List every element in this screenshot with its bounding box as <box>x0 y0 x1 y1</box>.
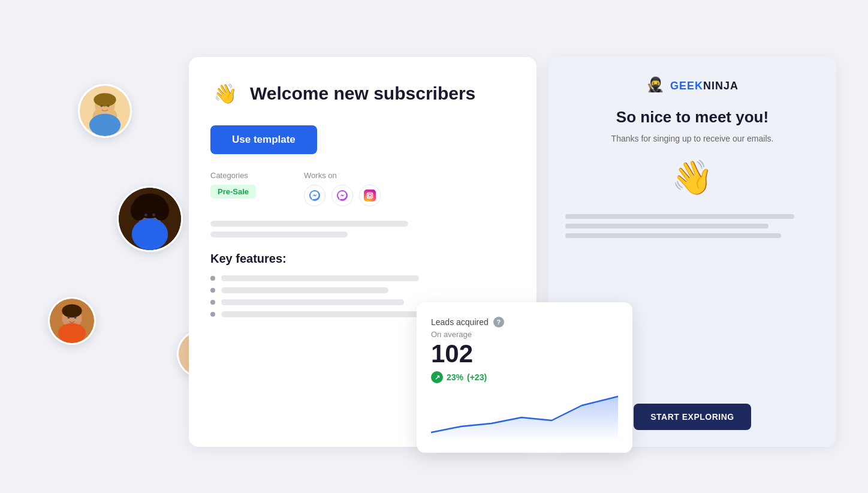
works-on-label: Works on <box>304 171 381 180</box>
stats-avg-label: On average <box>431 330 618 339</box>
email-skel-3 <box>565 233 781 238</box>
svg-point-15 <box>132 218 168 250</box>
svg-point-14 <box>152 214 155 217</box>
bullet-2 <box>210 288 215 293</box>
works-on-section: Works on <box>304 171 381 206</box>
template-title: Welcome new subscribers <box>250 83 475 104</box>
stats-card: Leads acquired ? On average 102 ↗ 23% (+… <box>417 302 632 453</box>
stats-change-absolute: (+23) <box>467 372 487 382</box>
facebook-messenger-icon <box>331 185 353 206</box>
stats-label: Leads acquired <box>431 317 489 327</box>
avatar-1 <box>78 84 132 138</box>
svg-point-13 <box>144 214 147 217</box>
feature-skeleton-3 <box>221 299 404 305</box>
main-container: 👋 Welcome new subscribers Use template C… <box>189 57 836 447</box>
arrow-up-icon: ↗ <box>431 371 443 383</box>
email-skeleton-lines <box>565 214 819 243</box>
bullet-4 <box>210 312 215 317</box>
skeleton-line-1 <box>210 221 408 227</box>
brand-name: GEEKNINJA <box>670 80 739 92</box>
feature-skeleton-2 <box>221 287 388 293</box>
platform-icons <box>304 185 381 206</box>
email-heading: So nice to meet you! <box>616 107 768 128</box>
use-template-button[interactable]: Use template <box>210 125 317 154</box>
start-exploring-button[interactable]: START EXPLORING <box>634 404 751 430</box>
brand-name-part2: NINJA <box>703 80 739 92</box>
template-header: 👋 Welcome new subscribers <box>210 79 515 109</box>
svg-point-34 <box>372 193 373 194</box>
template-card: 👋 Welcome new subscribers Use template C… <box>189 57 537 447</box>
stats-change: ↗ 23% (+23) <box>431 371 618 383</box>
categories-section: Categories Pre-Sale <box>210 171 256 206</box>
svg-point-6 <box>107 105 110 107</box>
avatar-2 <box>117 186 183 252</box>
bullet-1 <box>210 276 215 281</box>
brand-name-part1: GEEK <box>670 80 703 92</box>
feature-skeleton-4 <box>221 311 435 317</box>
instagram-icon <box>359 185 381 206</box>
brand-logo-row: 🥷 GEEKNINJA <box>646 76 739 95</box>
email-subtext: Thanks for singing up to receive our ema… <box>611 134 774 143</box>
svg-point-12 <box>153 200 169 221</box>
stats-change-percent: 23% <box>447 372 463 382</box>
key-features-title: Key features: <box>210 252 515 266</box>
feature-skeleton-1 <box>221 275 419 281</box>
svg-rect-4 <box>95 97 115 105</box>
bullet-3 <box>210 300 215 305</box>
feature-item-2 <box>210 287 515 293</box>
wave-emoji-large: 👋 <box>671 158 713 197</box>
ninja-icon: 🥷 <box>646 76 665 95</box>
email-skel-2 <box>565 224 768 229</box>
skeleton-line-2 <box>210 232 348 238</box>
category-tag: Pre-Sale <box>210 185 256 199</box>
svg-point-20 <box>74 317 77 319</box>
chart-area <box>431 390 618 438</box>
svg-point-5 <box>101 105 103 107</box>
stats-number: 102 <box>431 341 618 366</box>
meta-row: Categories Pre-Sale Works on <box>210 171 515 206</box>
question-icon[interactable]: ? <box>493 317 504 327</box>
svg-point-19 <box>68 317 70 319</box>
svg-point-18 <box>62 304 82 317</box>
stats-header: Leads acquired ? <box>431 317 618 327</box>
avatar-3 <box>48 297 96 345</box>
svg-point-21 <box>58 323 86 343</box>
svg-rect-31 <box>364 190 376 202</box>
svg-point-7 <box>89 114 120 136</box>
skeleton-lines <box>210 221 515 238</box>
wave-icon: 👋 <box>210 79 240 109</box>
messenger-icon <box>304 185 326 206</box>
feature-item-1 <box>210 275 515 281</box>
svg-point-11 <box>131 200 146 221</box>
email-skel-1 <box>565 214 794 219</box>
categories-label: Categories <box>210 171 256 180</box>
